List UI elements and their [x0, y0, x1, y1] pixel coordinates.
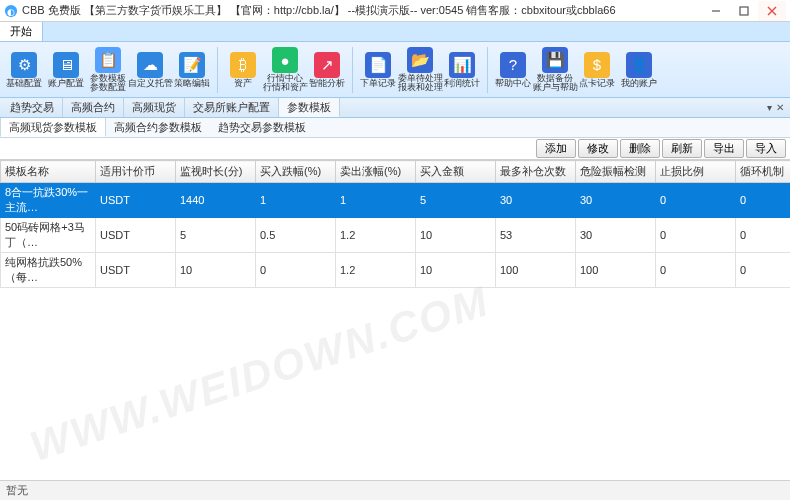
table-cell: 100: [576, 253, 656, 288]
table-cell: 纯网格抗跌50%（每…: [1, 253, 96, 288]
ribbon-tab-3[interactable]: 交易所账户配置: [185, 98, 279, 117]
toolbar-label: 利润统计: [444, 79, 480, 88]
toolbar-button-4[interactable]: 📝策略编辑: [172, 45, 212, 95]
table-cell: 1.2: [336, 253, 416, 288]
ribbon-tab-4[interactable]: 参数模板: [279, 98, 340, 117]
svg-text:◐: ◐: [7, 6, 15, 16]
column-header[interactable]: 适用计价币: [96, 161, 176, 183]
column-header[interactable]: 买入跌幅(%): [256, 161, 336, 183]
table-row[interactable]: 纯网格抗跌50%（每…USDT1001.21010010000: [1, 253, 791, 288]
toolbar-label: 下单记录: [360, 79, 396, 88]
table-cell: USDT: [96, 183, 176, 218]
toolbar-icon: 👤: [626, 52, 652, 78]
table-row[interactable]: 8合一抗跌30%一主流…USDT1440115303000: [1, 183, 791, 218]
toolbar-icon: 📄: [365, 52, 391, 78]
toolbar-label: 参数模板 参数配置: [90, 74, 126, 92]
toolbar-button-6[interactable]: ₿资产: [223, 45, 263, 95]
window-title: CBB 免费版 【第三方数字货币娱乐工具】 【官网：http://cbb.la/…: [22, 3, 702, 18]
table-cell: 50码砖网格+3马丁（…: [1, 218, 96, 253]
status-bar: 暂无: [0, 480, 790, 500]
toolbar-button-12[interactable]: 📊利润统计: [442, 45, 482, 95]
toolbar-button-17[interactable]: 👤我的账户: [619, 45, 659, 95]
column-header[interactable]: 止损比例: [656, 161, 736, 183]
table-cell: 100: [496, 253, 576, 288]
ribbon-close-icon[interactable]: ✕: [776, 102, 784, 113]
toolbar-button-14[interactable]: ?帮助中心: [493, 45, 533, 95]
toolbar-icon: 📝: [179, 52, 205, 78]
action-bar: 添加 修改 删除 刷新 导出 导入: [0, 138, 790, 160]
dropdown-icon[interactable]: ▾: [767, 102, 772, 113]
maximize-button[interactable]: [730, 1, 758, 21]
table-cell: 0: [656, 218, 736, 253]
toolbar-label: 账户配置: [48, 79, 84, 88]
export-button[interactable]: 导出: [704, 139, 744, 158]
toolbar-icon: ₿: [230, 52, 256, 78]
toolbar-button-10[interactable]: 📄下单记录: [358, 45, 398, 95]
toolbar-button-2[interactable]: 📋参数模板 参数配置: [88, 45, 128, 95]
close-button[interactable]: [758, 1, 786, 21]
toolbar-button-16[interactable]: $点卡记录: [577, 45, 617, 95]
delete-button[interactable]: 删除: [620, 139, 660, 158]
toolbar-icon: ●: [272, 47, 298, 73]
toolbar-label: 帮助中心: [495, 79, 531, 88]
status-text: 暂无: [6, 483, 28, 498]
table-cell: 0: [736, 183, 791, 218]
toolbar-icon: ⚙: [11, 52, 37, 78]
table-cell: 1.2: [336, 218, 416, 253]
table-cell: 0: [656, 253, 736, 288]
ribbon-controls: ▾ ✕: [761, 98, 790, 117]
table-cell: 30: [496, 183, 576, 218]
table-cell: 10: [416, 253, 496, 288]
refresh-button[interactable]: 刷新: [662, 139, 702, 158]
edit-button[interactable]: 修改: [578, 139, 618, 158]
import-button[interactable]: 导入: [746, 139, 786, 158]
sub-tab-2[interactable]: 趋势交易参数模板: [210, 118, 314, 137]
toolbar-button-8[interactable]: ↗智能分析: [307, 45, 347, 95]
toolbar-button-1[interactable]: 🖥账户配置: [46, 45, 86, 95]
ribbon-tabs: 趋势交易高频合约高频现货交易所账户配置参数模板 ▾ ✕: [0, 98, 790, 118]
toolbar-separator: [487, 47, 488, 93]
table-cell: 0: [736, 218, 791, 253]
column-header[interactable]: 最多补仓次数: [496, 161, 576, 183]
ribbon-tab-2[interactable]: 高频现货: [124, 98, 185, 117]
template-grid[interactable]: 模板名称适用计价币监视时长(分)买入跌幅(%)卖出涨幅(%)买入金额最多补仓次数…: [0, 160, 790, 288]
table-cell: 0.5: [256, 218, 336, 253]
toolbar-button-15[interactable]: 💾数据备份 账户与帮助: [535, 45, 575, 95]
title-bar: ◐ CBB 免费版 【第三方数字货币娱乐工具】 【官网：http://cbb.l…: [0, 0, 790, 22]
sub-tabs: 高频现货参数模板高频合约参数模板趋势交易参数模板: [0, 118, 790, 138]
toolbar-label: 资产: [234, 79, 252, 88]
minimize-button[interactable]: [702, 1, 730, 21]
toolbar-icon: ?: [500, 52, 526, 78]
column-header[interactable]: 监视时长(分): [176, 161, 256, 183]
watermark: WWW.WEIDOWN.COM: [24, 277, 495, 471]
toolbar-button-7[interactable]: ●行情中心 行情和资产: [265, 45, 305, 95]
table-cell: 0: [736, 253, 791, 288]
toolbar-label: 策略编辑: [174, 79, 210, 88]
add-button[interactable]: 添加: [536, 139, 576, 158]
sub-tab-0[interactable]: 高频现货参数模板: [0, 118, 106, 137]
table-cell: 8合一抗跌30%一主流…: [1, 183, 96, 218]
toolbar-button-11[interactable]: 📂委单待处理 报表和处理: [400, 45, 440, 95]
column-header[interactable]: 买入金额: [416, 161, 496, 183]
toolbar-icon: ↗: [314, 52, 340, 78]
table-cell: 10: [176, 253, 256, 288]
column-header[interactable]: 危险振幅检测: [576, 161, 656, 183]
column-header[interactable]: 模板名称: [1, 161, 96, 183]
ribbon-tab-0[interactable]: 趋势交易: [2, 98, 63, 117]
svg-rect-2: [740, 7, 748, 15]
toolbar-label: 自定义托管: [128, 79, 173, 88]
menu-start[interactable]: 开始: [0, 22, 43, 41]
menu-bar: 开始: [0, 22, 790, 42]
table-row[interactable]: 50码砖网格+3马丁（…USDT50.51.210533000: [1, 218, 791, 253]
toolbar-separator: [352, 47, 353, 93]
column-header[interactable]: 卖出涨幅(%): [336, 161, 416, 183]
toolbar-button-3[interactable]: ☁自定义托管: [130, 45, 170, 95]
toolbar-separator: [217, 47, 218, 93]
column-header[interactable]: 循环机制: [736, 161, 791, 183]
ribbon-tab-1[interactable]: 高频合约: [63, 98, 124, 117]
table-cell: 5: [176, 218, 256, 253]
sub-tab-1[interactable]: 高频合约参数模板: [106, 118, 210, 137]
table-cell: 1: [256, 183, 336, 218]
toolbar-button-0[interactable]: ⚙基础配置: [4, 45, 44, 95]
app-icon: ◐: [4, 4, 18, 18]
